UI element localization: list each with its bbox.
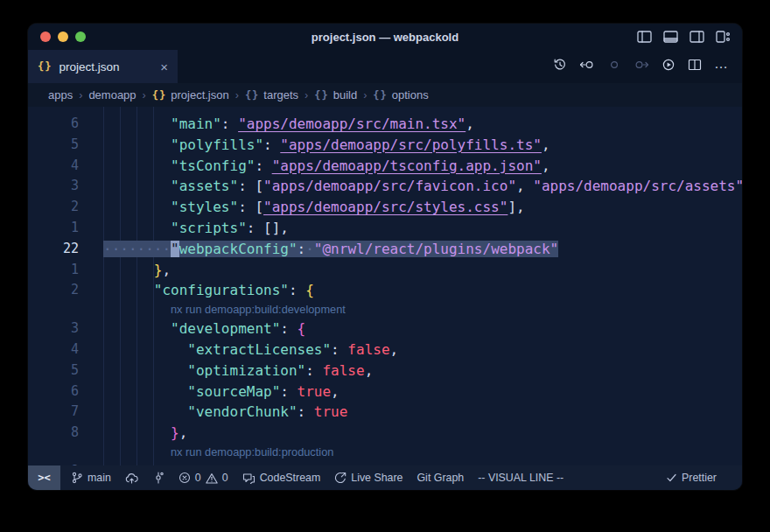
code-line[interactable]: 3 "assets": ["apps/demoapp/src/favicon.i… — [28, 176, 742, 197]
split-editor-icon[interactable] — [688, 58, 702, 75]
codestream-label: CodeStream — [260, 472, 321, 484]
code-text: "vendorChunk": true — [103, 402, 347, 423]
line-number[interactable]: 2 — [28, 280, 79, 301]
close-tab-icon[interactable]: × — [160, 60, 168, 74]
tab-label: project.json — [59, 60, 119, 74]
breadcrumb-item-targets[interactable]: {}targets — [245, 88, 298, 102]
line-number[interactable]: 6 — [28, 382, 79, 402]
line-number[interactable]: 22 — [28, 239, 79, 260]
breadcrumb-label: apps — [48, 88, 73, 102]
code-line[interactable]: 1 "scripts": [], — [28, 218, 742, 239]
check-icon — [666, 472, 677, 483]
nav-forward-icon[interactable] — [634, 58, 649, 75]
commit-graph[interactable] — [152, 472, 164, 484]
publish[interactable] — [125, 472, 138, 484]
vscode-window: project.json — webpackold {} project.jso… — [28, 24, 742, 490]
line-number[interactable]: 4 — [28, 340, 79, 360]
line-number[interactable]: 5 — [28, 135, 79, 156]
codestream-icon — [242, 472, 256, 484]
json-braces-icon: {} — [373, 89, 387, 102]
code-line[interactable]: 2 "configurations": { — [28, 280, 742, 301]
line-number[interactable]: 2 — [28, 197, 79, 218]
more-actions-icon[interactable]: … — [714, 57, 729, 71]
code-text: "polyfills": "apps/demoapp/src/polyfills… — [103, 135, 550, 156]
line-number[interactable]: 1 — [28, 218, 79, 239]
live-share[interactable]: Live Share — [334, 472, 402, 484]
code-line[interactable]: 5 "polyfills": "apps/demoapp/src/polyfil… — [28, 135, 742, 156]
breadcrumb-item-demoapp[interactable]: demoapp — [88, 88, 136, 102]
line-number[interactable]: 8 — [28, 423, 79, 444]
prettier[interactable]: Prettier — [666, 472, 717, 484]
tab-project-json[interactable]: {} project.json × — [28, 50, 178, 83]
error-icon — [178, 472, 191, 484]
breadcrumb-separator: › — [363, 89, 367, 102]
breadcrumb-separator: › — [79, 89, 82, 102]
code-text: "extractLicenses": false, — [103, 340, 398, 360]
code-line[interactable]: 6 "main": "apps/demoapp/src/main.tsx", — [28, 114, 742, 135]
live-share-icon — [334, 472, 346, 484]
layout-sidebar-right-icon[interactable] — [690, 31, 704, 43]
breadcrumb-item-project-json[interactable]: {}project.json — [152, 88, 229, 102]
line-number[interactable]: 4 — [28, 156, 79, 177]
code-line[interactable]: 4 "tsConfig": "apps/demoapp/tsconfig.app… — [28, 156, 742, 177]
json-braces-icon: {} — [152, 89, 166, 102]
layout-customize-icon[interactable] — [716, 31, 731, 43]
code-text: "sourceMap": true, — [103, 382, 340, 402]
code-line[interactable]: 1 }, — [28, 260, 742, 281]
vim-mode[interactable]: -- VISUAL LINE -- — [478, 472, 564, 484]
line-number[interactable]: 3 — [28, 176, 79, 197]
line-number[interactable]: 6 — [28, 114, 79, 135]
layout-sidebar-left-icon[interactable] — [637, 31, 652, 43]
close-button[interactable] — [40, 32, 51, 42]
codestream[interactable]: CodeStream — [242, 472, 321, 484]
breadcrumb-item-options[interactable]: {}options — [373, 88, 428, 102]
cloud-upload-icon — [125, 472, 138, 484]
breadcrumb-item-apps[interactable]: apps — [48, 88, 73, 102]
code-line[interactable]: 8 }, — [28, 423, 742, 444]
nav-back-icon[interactable] — [579, 58, 595, 75]
code-line[interactable]: 2 "styles": ["apps/demoapp/src/styles.cs… — [28, 197, 742, 218]
code-line[interactable]: 22········"webpackConfig":·"@nrwl/react/… — [28, 239, 742, 260]
editor-actions: … — [553, 50, 742, 83]
run-icon[interactable] — [662, 58, 676, 75]
problems[interactable]: 00 — [178, 472, 228, 484]
code-line[interactable]: 7 "vendorChunk": true — [28, 402, 742, 423]
live-share-label: Live Share — [351, 472, 402, 484]
line-number[interactable]: 3 — [28, 318, 79, 340]
code-line[interactable]: 3 "development": { — [28, 318, 742, 340]
timeline-icon[interactable] — [553, 58, 567, 75]
code-line[interactable]: 9 "production": { — [28, 461, 742, 466]
zoom-button[interactable] — [75, 32, 86, 42]
git-graph[interactable]: Git Graph — [416, 472, 464, 484]
status-bar-right: Prettier — [666, 472, 742, 484]
line-number[interactable]: 5 — [28, 360, 79, 382]
code-line[interactable]: 5 "optimization": false, — [28, 360, 742, 382]
layout-panel-icon[interactable] — [663, 31, 678, 43]
breadcrumb-separator: › — [304, 89, 308, 102]
codelens[interactable]: nx run demoapp:build:development — [28, 301, 742, 318]
nav-position-icon[interactable] — [607, 58, 621, 75]
problems-label-2: 0 — [222, 472, 228, 484]
code-line[interactable]: 4 "extractLicenses": false, — [28, 340, 742, 360]
minimize-button[interactable] — [58, 32, 68, 42]
git-branch[interactable]: main — [71, 472, 111, 484]
code-text: ········"webpackConfig":·"@nrwl/react/pl… — [103, 239, 558, 260]
line-number[interactable]: 7 — [28, 402, 79, 423]
code-text: "configurations": { — [103, 280, 314, 301]
code-text: "scripts": [], — [103, 218, 289, 239]
codelens[interactable]: nx run demoapp:build:production — [28, 444, 742, 461]
breadcrumb-label: build — [333, 88, 357, 102]
code-editor[interactable]: 6 "main": "apps/demoapp/src/main.tsx",5 … — [28, 107, 742, 466]
breadcrumb-separator: › — [235, 89, 239, 102]
code-text: "main": "apps/demoapp/src/main.tsx", — [103, 114, 474, 135]
status-bar-left: ><main00CodeStreamLive ShareGit Graph-- … — [28, 466, 578, 490]
breadcrumb-item-build[interactable]: {}build — [314, 88, 357, 102]
line-number[interactable]: 9 — [28, 461, 79, 466]
code-line[interactable]: 6 "sourceMap": true, — [28, 382, 742, 402]
remote-indicator[interactable]: >< — [28, 466, 60, 490]
git-branch-label: main — [88, 472, 111, 484]
branch-icon — [71, 472, 83, 484]
line-number[interactable]: 1 — [28, 260, 79, 281]
traffic-lights — [40, 32, 86, 42]
json-braces-icon: {} — [314, 89, 328, 102]
